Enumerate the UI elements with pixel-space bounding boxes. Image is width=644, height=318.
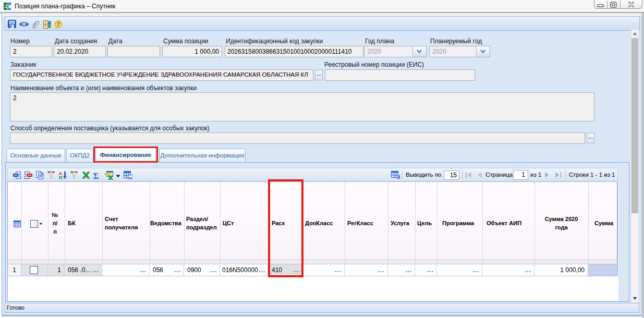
svg-text:Я: Я [59,175,63,180]
svg-text:?: ? [57,21,60,27]
svg-text:Σ: Σ [93,171,99,179]
